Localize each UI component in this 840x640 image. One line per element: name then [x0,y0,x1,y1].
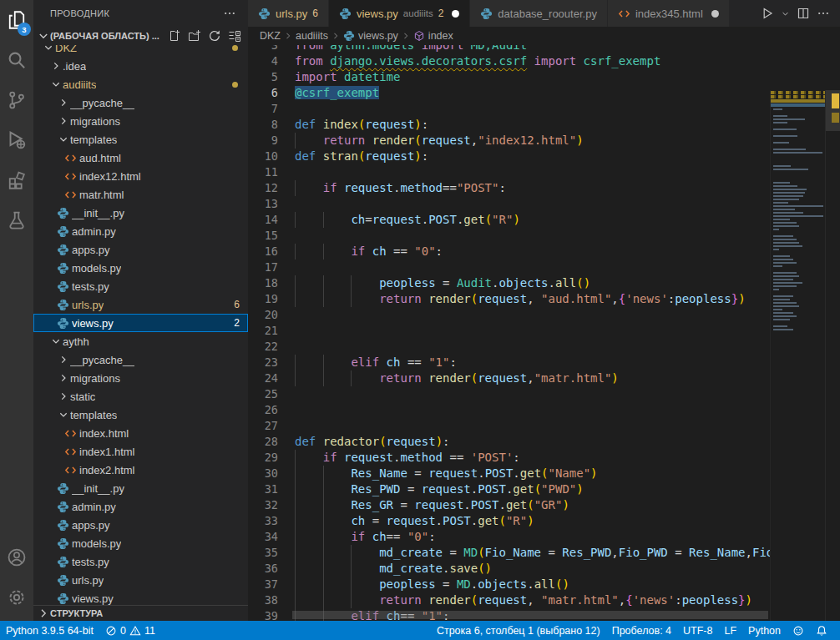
feedback-button[interactable] [787,621,810,640]
tree-item-aud.html[interactable]: aud.html [33,149,248,167]
line-number: 11 [248,164,278,180]
breadcrumb-item-index[interactable]: index [413,30,453,42]
tree-item-models.py[interactable]: models.py [33,259,248,277]
new-folder-icon[interactable] [188,29,201,43]
more-actions-button[interactable] [815,5,832,22]
tree-item-index1.html[interactable]: index1.html [33,442,248,461]
code-line-29: if request.method == 'POST': [295,450,770,466]
indent-guide [351,577,352,592]
indentation-status[interactable]: Пробелов: 4 [606,621,677,640]
tree-item-models.py[interactable]: models.py [33,534,248,552]
line-number: 25 [248,386,278,402]
tree-item-admin.py[interactable]: admin.py [33,222,248,240]
tree-item-templates[interactable]: templates [33,130,248,149]
tree-item-label: __pycache__ [70,354,134,366]
breadcrumb-label: views.py [358,30,398,42]
code-editor[interactable]: 3456789101112131415161718192021222324252… [248,45,840,621]
tree-item-index2.html[interactable]: index2.html [33,461,248,479]
tab-urls.py[interactable]: urls.py6 [248,0,329,27]
code-text: Res_GR = request.POST.get("GR") [351,497,569,513]
outline-section-header[interactable]: СТРУКТУРА [33,605,248,621]
code-line-4: from django.views.decorators.csrf import… [295,53,770,69]
activitybar-source-control[interactable] [0,80,33,120]
tree-item-label: apps.py [72,519,110,532]
minimap-line [773,295,793,297]
activitybar-run-and-debug[interactable] [0,120,33,160]
language-mode-status[interactable]: Python [742,621,787,640]
views-and-more-actions-icon[interactable] [223,7,236,20]
refresh-explorer-icon[interactable] [208,29,221,43]
tree-item-__pycache__[interactable]: __pycache__ [33,93,248,112]
tree-item-tests.py[interactable]: tests.py [33,277,248,295]
tree-item-templates[interactable]: templates [33,406,248,424]
tree-item-__init__.py[interactable]: __init__.py [33,479,248,497]
run-python-file-button[interactable] [759,5,776,22]
split-editor-button[interactable] [795,5,812,22]
breadcrumb-item-DKZ[interactable]: DKZ [260,30,281,42]
tree-item-label: index1.html [79,446,134,458]
indent-guide [351,545,352,561]
breadcrumb-item-views.py[interactable]: views.py [343,30,398,42]
minimap[interactable] [770,90,825,621]
tree-item-label: urls.py [72,574,104,587]
minimap-line [773,222,797,224]
breadcrumb-item-audiiits[interactable]: audiiits [296,30,328,42]
tree-item-label: matr.html [79,189,124,201]
lightbulb-icon[interactable] [295,71,296,83]
activitybar-settings[interactable] [0,577,33,617]
notifications-button[interactable] [810,621,833,640]
horizontal-scrollbar[interactable] [292,611,768,619]
tree-item-tests.py[interactable]: tests.py [33,552,248,571]
tree-item-audiiits[interactable]: audiiits [33,75,248,93]
eol-status[interactable]: LF [718,621,742,640]
tree-item-urls.py[interactable]: urls.py6 [33,295,248,314]
problems-status[interactable]: 0 11 [99,621,161,640]
activity-bar: 3 [0,0,33,621]
modified-dot-icon[interactable] [711,10,719,18]
tree-item-apps.py[interactable]: apps.py [33,240,248,259]
tree-item-__init__.py[interactable]: __init__.py [33,204,248,222]
tree-item-matr.html[interactable]: matr.html [33,185,248,204]
workspace-section-header[interactable]: (РАБОЧАЯ ОБЛАСТЬ) ... [33,27,248,45]
breadcrumb-label: audiiits [296,30,328,42]
activitybar-explorer[interactable]: 3 [0,0,33,40]
tree-item-views.py[interactable]: views.py2 [33,314,248,332]
cursor-position-status[interactable]: Строка 6, столбец 1 (выбрано 12) [431,621,606,640]
run-dropdown-icon[interactable] [779,8,792,20]
tree-item-index12.html[interactable]: index12.html [33,167,248,185]
code-text: return render(request, "aud.html",{'news… [379,291,745,307]
new-file-icon[interactable] [168,29,181,43]
minimap-line [773,239,797,240]
tab-views.py[interactable]: views.pyaudiiits2 [329,0,470,27]
python-file-icon [57,573,72,587]
collapse-folders-icon[interactable] [228,29,241,43]
tree-item-.idea[interactable]: .idea [33,57,248,75]
minimap-line [773,182,790,184]
tree-item-label: __init__.py [72,482,124,495]
overview-ruler[interactable] [825,90,840,621]
activitybar-extensions[interactable] [0,160,33,200]
tree-item-DKZ[interactable]: DKZ [33,45,248,57]
modified-dot-icon[interactable] [452,10,459,18]
indent-guide [323,370,324,386]
activitybar-testing[interactable] [0,200,33,240]
activitybar-accounts[interactable] [0,537,33,577]
tree-item-migrations[interactable]: migrations [33,369,248,387]
chevron-right-icon [57,96,70,109]
error-icon [105,625,117,637]
tree-item-aythh[interactable]: aythh [33,332,248,350]
tree-item-urls.py[interactable]: urls.py [33,571,248,589]
tree-item-__pycache__[interactable]: __pycache__ [33,350,248,369]
activitybar-search[interactable] [0,40,33,80]
encoding-status[interactable]: UTF-8 [677,621,718,640]
html-file-icon [64,445,79,458]
python-interpreter-status[interactable]: Python 3.9.5 64-bit [0,621,99,640]
tab-index345.html[interactable]: index345.html [608,0,730,27]
tree-item-migrations[interactable]: migrations [33,112,248,130]
tree-item-static[interactable]: static [33,387,248,406]
tab-database_roouter.py[interactable]: database_roouter.py [470,0,608,27]
tree-item-apps.py[interactable]: apps.py [33,516,248,534]
tree-item-index.html[interactable]: index.html [33,424,248,442]
tree-item-admin.py[interactable]: admin.py [33,497,248,516]
python-file-icon [57,261,72,275]
